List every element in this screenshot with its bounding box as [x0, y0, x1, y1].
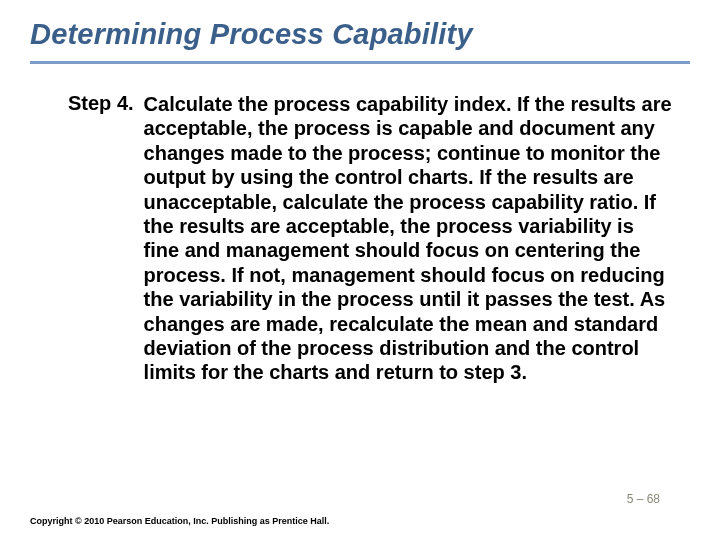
- slide: Determining Process Capability Step 4. C…: [0, 0, 720, 540]
- step-label: Step 4.: [68, 92, 134, 115]
- title-underline: [30, 61, 690, 64]
- slide-title: Determining Process Capability: [30, 18, 690, 51]
- page-number: 5 – 68: [627, 492, 660, 506]
- step-body: Calculate the process capability index. …: [144, 92, 672, 385]
- step-row: Step 4. Calculate the process capability…: [30, 92, 690, 385]
- copyright: Copyright © 2010 Pearson Education, Inc.…: [30, 516, 329, 526]
